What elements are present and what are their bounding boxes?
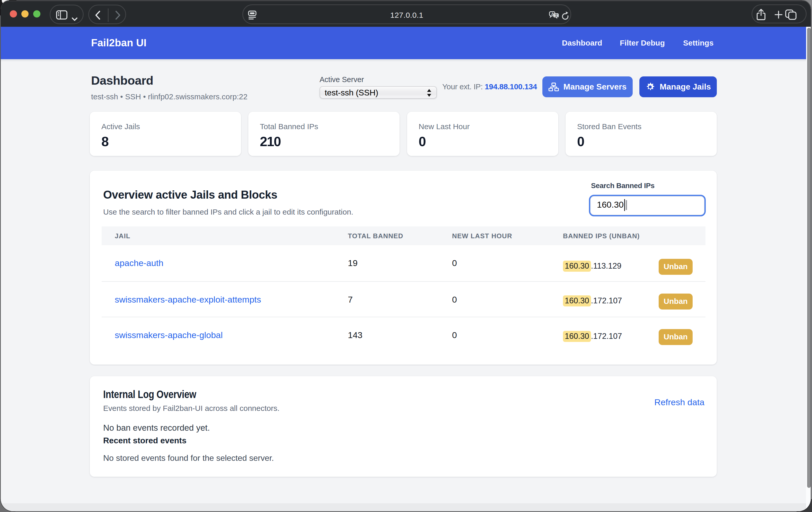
svg-text:文: 文 <box>554 13 558 18</box>
